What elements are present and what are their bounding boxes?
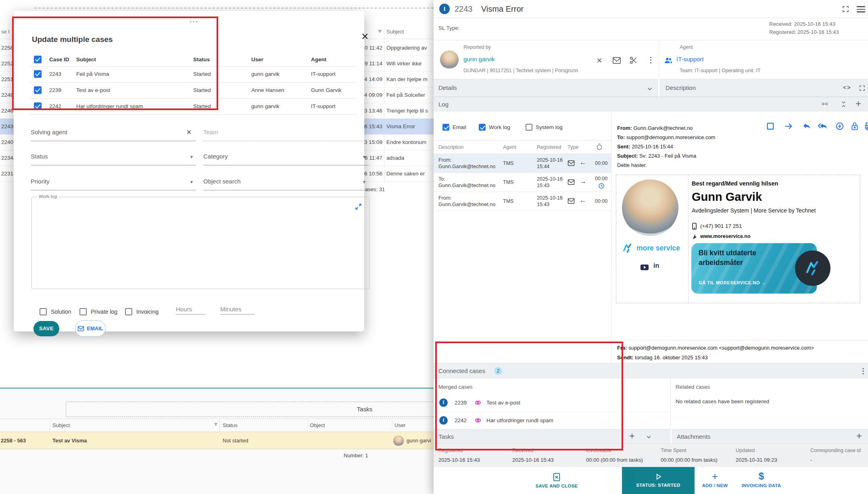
attachments-section-bar[interactable]: Attachments + [672,429,868,444]
case-id: 2243 [455,4,473,14]
corresponding-case-value: - [810,457,812,463]
reply-icon[interactable] [802,122,811,131]
invoicing-checkbox[interactable] [125,308,132,315]
connected-more-icon[interactable]: ⋮ [860,367,867,375]
tasks-section-bar[interactable]: Tasks + [434,429,670,444]
row-checkbox[interactable] [34,86,42,94]
tools-icon[interactable] [629,56,638,65]
worklog-filter-checkbox[interactable] [479,124,486,131]
reporter-avatar[interactable] [440,50,459,69]
menu-icon[interactable] [857,4,865,14]
email-reporter-icon[interactable] [612,56,621,65]
log-agent-header[interactable]: Agent [503,144,516,150]
collapse-horizontal-icon[interactable]: >< [822,101,828,107]
chevron-down-icon[interactable] [646,434,652,440]
linkedin-icon[interactable]: in [653,262,659,269]
lock-icon[interactable] [851,122,859,131]
expand-description-icon[interactable] [859,85,866,92]
caret-down-icon[interactable]: ▾ [363,154,365,160]
add-circle-icon[interactable] [835,122,844,131]
add-attachment-icon[interactable]: + [856,430,862,442]
case-detail-panel: I 2243 Visma Error SL Type: Received: 20… [434,0,868,494]
private-log-checkbox[interactable] [79,308,87,315]
email-type-icon [568,179,575,185]
details-section-bar[interactable]: Details [434,79,658,97]
caret-down-icon[interactable]: ▾ [190,154,193,160]
merged-case-row[interactable]: I 2239 Test av e-post [434,394,670,412]
reporter-name-link[interactable]: gunn garvik [463,56,495,63]
log-entry-row[interactable]: To:Gunn.Garvik@technet.no TMS 2025-10-16… [434,173,611,192]
signature-photo [622,179,678,236]
status-started-button[interactable]: STATUS: STARTED [622,467,695,488]
add-log-icon[interactable]: + [855,98,861,109]
connected-cases-title: Connected cases [438,367,485,374]
log-entry-row[interactable]: From:Gunn.Garvik@technet.no TMS 2025-10-… [434,154,611,173]
moreservice-logo-text[interactable]: more service [636,244,680,252]
email-sendt-line: Sendt: torsdag 16. oktober 2025 15:43 [617,354,708,361]
add-task-icon[interactable]: + [629,430,635,442]
expand-worklog-icon[interactable] [355,203,362,211]
fullscreen-icon[interactable] [842,5,849,13]
close-dialog-icon[interactable]: × [361,30,369,42]
drag-handle-icon[interactable]: ••• [190,18,198,25]
caret-down-icon[interactable]: ▾ [363,179,365,185]
description-section-bar[interactable]: Description <> [659,79,868,97]
log-section-bar[interactable]: Log >< + [434,97,868,111]
solving-agent-field[interactable]: Solving agent [31,129,67,135]
log-description-header[interactable]: Description [438,144,464,150]
clear-solving-agent-icon[interactable]: × [186,127,192,138]
received-label: Received [512,448,533,453]
row-checkbox[interactable] [34,70,42,78]
task-row[interactable]: 2258 - 563 Test av Visma Not started gun… [0,432,434,449]
filter-icon[interactable] [377,29,383,35]
priority-field[interactable]: Priority [31,178,50,185]
save-and-close-button[interactable]: SAVE AND CLOSE [528,467,585,488]
invoicing-data-button[interactable]: $ INVOICING DATA [734,467,789,488]
reporter-more-icon[interactable]: ⋮ [647,55,655,65]
save-button[interactable]: SAVE [33,321,59,336]
category-field[interactable]: Category [203,153,228,160]
status-field[interactable]: Status [31,153,48,160]
merged-case-row[interactable]: I 2242 Har utfordringer rundt spam [434,412,670,429]
select-all-checkbox[interactable] [34,56,42,63]
team-field[interactable]: Team [203,129,218,135]
object-search-field[interactable]: Object search [203,178,241,185]
tasks-status-header[interactable]: Status [223,419,238,432]
solution-checkbox[interactable] [40,308,47,315]
received-timestamp: Received: 2025-10-16 15:43 [769,21,835,27]
outgoing-arrow-icon: → [580,177,586,186]
time-spent-label: Time Spent [661,448,686,453]
row-checkbox[interactable] [34,102,42,110]
minutes-input[interactable] [220,306,255,315]
log-entry-row[interactable]: From:Gunn.Garvik@technet.no TMS 2025-10-… [434,192,611,211]
description-section-title: Description [666,84,696,91]
agent-name-link[interactable]: IT-support [676,56,704,63]
add-new-button[interactable]: + ADD / NEW [698,467,732,488]
select-email-icon[interactable] [766,122,775,131]
reply-all-icon[interactable] [818,122,828,131]
signature-website[interactable]: www.moreservice.no [700,233,751,239]
log-registered-header[interactable]: Registered [537,144,561,150]
systemlog-filter-checkbox[interactable] [526,124,532,131]
email-type-icon [568,198,575,204]
hours-input[interactable] [176,306,205,315]
email-button[interactable]: EMAIL [75,320,106,337]
subject-column-header[interactable]: Subject [386,25,404,39]
collapse-vertical-icon[interactable] [840,101,847,108]
work-log-textarea[interactable]: Work log [31,197,369,289]
tasks-object-header[interactable]: Object [310,419,325,432]
print-icon[interactable] [864,122,868,131]
registered-value: 2025-10-16 15:43 [438,457,480,463]
tasks-user-header[interactable]: User [394,419,405,432]
chevron-down-icon[interactable] [647,85,653,92]
related-cases-label: Related cases [676,384,710,390]
html-source-icon[interactable]: <> [843,84,851,91]
email-filter-checkbox[interactable] [442,124,449,131]
connected-cases-bar[interactable]: Connected cases 2 ⋮ [434,363,868,378]
youtube-icon[interactable] [641,265,649,270]
forward-icon[interactable] [784,122,793,131]
tasks-subject-header[interactable]: Subject [52,419,70,432]
caret-down-icon[interactable]: ▾ [190,179,193,185]
remove-reporter-icon[interactable]: × [597,56,602,65]
filter-icon[interactable] [213,422,219,427]
